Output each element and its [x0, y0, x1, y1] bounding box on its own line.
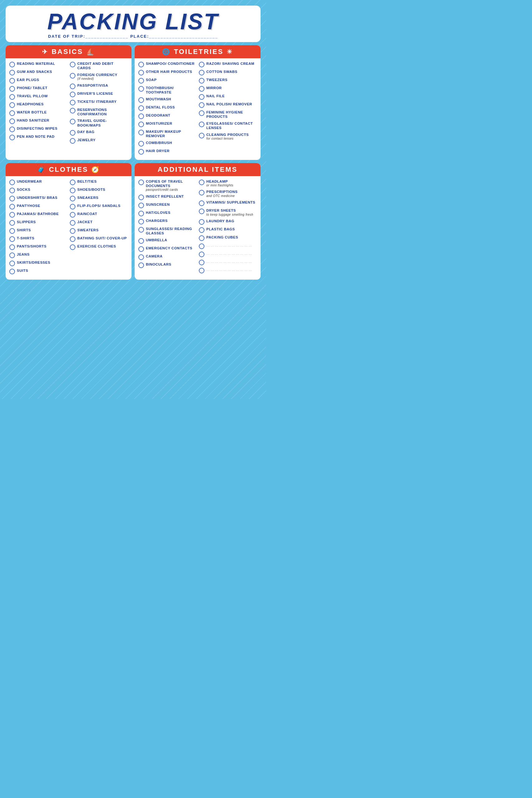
checkbox-circle[interactable] [138, 227, 144, 232]
checkbox-circle[interactable] [199, 235, 205, 241]
checkbox-circle[interactable] [10, 110, 15, 116]
checkbox-circle[interactable] [138, 121, 144, 127]
checkbox-circle[interactable] [10, 78, 15, 83]
checkbox-circle[interactable] [10, 220, 15, 226]
checkbox-circle[interactable] [138, 211, 144, 216]
list-item: OTHER HAIR PRODUCTS [138, 70, 196, 75]
checkbox-circle[interactable] [138, 149, 144, 155]
list-item: DEODORANT [138, 113, 196, 119]
checkbox-circle[interactable] [70, 212, 75, 217]
checkbox-circle[interactable] [138, 194, 144, 200]
checkbox-circle[interactable] [199, 251, 205, 257]
checkbox-circle[interactable] [199, 190, 205, 195]
checkbox-circle[interactable] [10, 135, 15, 140]
checkbox-circle[interactable] [199, 62, 205, 67]
list-item: SOCKS [10, 187, 67, 193]
checkbox-circle[interactable] [10, 86, 15, 92]
checkbox-circle[interactable] [10, 62, 15, 67]
checkbox-circle[interactable] [199, 102, 205, 108]
checkbox-circle[interactable] [10, 244, 15, 250]
checkbox-circle[interactable] [138, 263, 144, 268]
checkbox-circle[interactable] [70, 73, 75, 79]
checkbox-circle[interactable] [10, 127, 15, 132]
checkbox-circle[interactable] [70, 130, 75, 136]
checkbox-circle[interactable] [70, 179, 75, 185]
checkbox-circle[interactable] [138, 246, 144, 252]
checkbox-circle[interactable] [138, 203, 144, 208]
checkbox-circle[interactable] [10, 269, 15, 274]
list-item: RAINCOAT [70, 212, 128, 217]
checkbox-circle[interactable] [10, 188, 15, 193]
checkbox-circle[interactable] [70, 108, 75, 113]
checkbox-circle[interactable] [138, 97, 144, 103]
checkbox-circle[interactable] [138, 141, 144, 147]
checkbox-circle[interactable] [199, 219, 205, 225]
checkbox-circle[interactable] [138, 70, 144, 75]
checkbox-circle[interactable] [70, 196, 75, 202]
item-label: MOUTHWASH [146, 97, 171, 101]
list-item: SHOES/BOOTS [70, 187, 128, 193]
checkbox-circle[interactable] [10, 204, 15, 209]
checkbox-circle[interactable] [10, 70, 15, 75]
list-item: GUM AND SNACKS [10, 70, 67, 75]
checkbox-circle[interactable] [199, 260, 205, 265]
checkbox-circle[interactable] [70, 138, 75, 144]
checkbox-circle[interactable] [10, 94, 15, 100]
checkbox-circle[interactable] [199, 179, 205, 185]
checkbox-circle[interactable] [70, 220, 75, 226]
checkbox-circle[interactable] [199, 78, 205, 83]
checkbox-circle[interactable] [70, 83, 75, 89]
checkbox-circle[interactable] [10, 212, 15, 217]
item-label: COTTON SWABS [206, 70, 238, 74]
checkbox-circle[interactable] [70, 100, 75, 106]
list-item: SNEAKERS [70, 195, 128, 202]
checkbox-circle[interactable] [10, 261, 15, 266]
list-item: T-SHIRTS [10, 236, 67, 242]
checkbox-circle[interactable] [138, 62, 144, 67]
checkbox-circle[interactable] [10, 252, 15, 258]
checkbox-circle[interactable] [199, 201, 205, 206]
checkbox-circle[interactable] [199, 244, 205, 249]
checkbox-circle[interactable] [138, 78, 144, 83]
checkbox-circle[interactable] [138, 113, 144, 119]
checkbox-circle[interactable] [199, 70, 205, 75]
checkbox-circle[interactable] [138, 179, 144, 185]
checkbox-circle[interactable] [199, 209, 205, 214]
checkbox-circle[interactable] [199, 121, 205, 127]
checkbox-circle[interactable] [70, 244, 75, 250]
item-label: SHOES/BOOTS [77, 187, 105, 192]
checkbox-circle[interactable] [199, 268, 205, 273]
checkbox-circle[interactable] [70, 228, 75, 234]
checkbox-circle[interactable] [138, 106, 144, 111]
additional-section: ADDITIONAL ITEMS COPIES OF TRAVEL DOCUME… [135, 163, 261, 280]
checkbox-circle[interactable] [70, 92, 75, 97]
checkbox-circle[interactable] [70, 236, 75, 242]
checkbox-circle[interactable] [199, 94, 205, 100]
list-item: INSECT REPELLENT [138, 194, 196, 200]
checkbox-circle[interactable] [138, 254, 144, 260]
item-label: DISINFECTING WIPES [17, 126, 57, 131]
checkbox-circle[interactable] [70, 188, 75, 193]
checkbox-circle[interactable] [199, 227, 205, 233]
item-label: COPIES OF TRAVEL DOCUMENTSpassport/credi… [146, 179, 196, 192]
item-label: SUITS [17, 268, 28, 273]
checkbox-circle[interactable] [10, 179, 15, 185]
checkbox-circle[interactable] [138, 86, 144, 92]
checkbox-circle[interactable] [10, 236, 15, 242]
checkbox-circle[interactable] [70, 62, 75, 67]
checkbox-circle[interactable] [199, 133, 205, 138]
checkbox-circle[interactable] [10, 228, 15, 234]
checkbox-circle[interactable] [138, 130, 144, 135]
checkbox-circle[interactable] [138, 238, 144, 244]
checkbox-circle[interactable] [199, 86, 205, 92]
checkbox-circle[interactable] [10, 196, 15, 202]
item-label: HEADPHONES [17, 102, 44, 106]
checkbox-circle[interactable] [138, 219, 144, 225]
checkbox-circle[interactable] [10, 102, 15, 108]
checkbox-circle[interactable] [70, 204, 75, 209]
checkbox-circle[interactable] [10, 118, 15, 124]
list-item: HAIR DRYER [138, 149, 196, 155]
checkbox-circle[interactable] [199, 110, 205, 116]
checkbox-circle[interactable] [70, 119, 75, 125]
item-label: BATHING SUIT/ COVER-UP [77, 236, 127, 240]
